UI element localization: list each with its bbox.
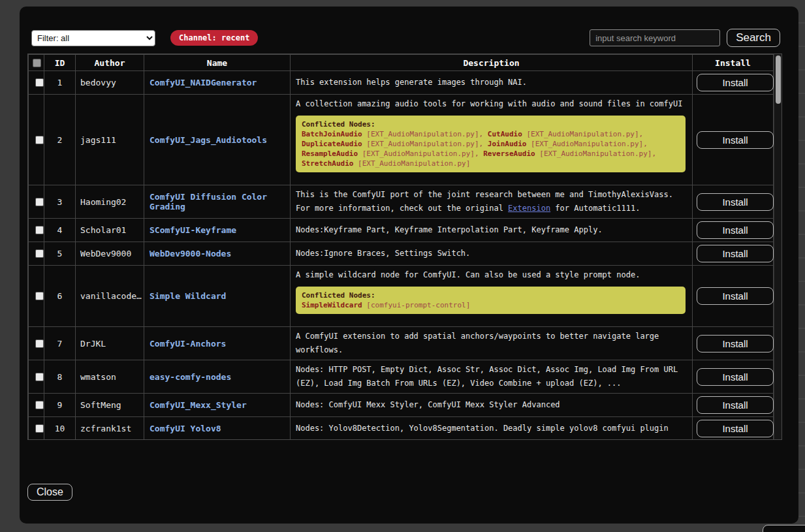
row-id: 3 [44,185,76,219]
description-text: This is the ComfyUI port of the joint re… [296,188,687,215]
row-author: jags111 [76,95,144,185]
row-name-cell: ComfyUI-Anchors [144,327,291,360]
conflict-box: Conflicted Nodes:SimpleWildcard [comfyui… [296,287,686,314]
select-all-cell [29,55,44,71]
conflict-node-source: [EXT_AudioManipulation.py] [362,140,479,148]
row-select-cell [29,360,44,394]
row-id: 4 [44,219,76,242]
row-id: 7 [44,327,76,360]
extensions-table-container: IDAuthorNameDescriptionInstall 1bedovyyC… [27,54,782,440]
select-all-checkbox[interactable] [33,59,41,67]
install-button[interactable]: Install [697,335,774,352]
row-id: 2 [44,95,76,185]
row-id: 9 [44,394,76,417]
install-button[interactable]: Install [697,396,774,414]
table-row: 5WebDev9000WebDev9000-NodesNodes:Ignore … [29,242,774,266]
extension-name-link[interactable]: ComfyUI Yolov8 [150,424,221,433]
description-text: A collection amazing audio tools for wor… [296,97,687,111]
description-text: A simple wildcard node for ComfyUI. Can … [296,268,687,282]
table-row: 6vanillacode…Simple WildcardA simple wil… [29,266,774,327]
row-checkbox[interactable] [35,78,44,87]
row-author: WebDev9000 [76,242,144,266]
row-description: A simple wildcard node for ComfyUI. Can … [291,266,693,327]
row-install-cell: Install [693,185,774,219]
column-header: Description [291,55,693,71]
filter-select[interactable]: Filter: all [31,30,155,46]
dialog-toolbar: Filter: all Channel: recent Search [31,29,780,47]
row-checkbox[interactable] [35,401,44,409]
description-text: Nodes: Yolov8Detection, Yolov8Segmentati… [296,422,687,435]
table-row: 8wmatsoneasy-comfy-nodesNodes: HTTP POST… [29,360,774,394]
table-row: 1bedovyyComfyUI_NAIDGeneratorThis extens… [29,71,774,95]
conflict-node-name: ResampleAudio [302,149,358,158]
conflict-node-source: [EXT_AudioManipulation.py] [353,159,470,168]
conflict-title: Conflicted Nodes: [302,119,680,129]
table-scrollbar[interactable] [774,54,781,439]
column-header: ID [44,55,76,71]
row-name-cell: Simple Wildcard [144,266,291,327]
description-link[interactable]: Extension [508,204,550,213]
conflict-node-name: JoinAudio [488,140,527,148]
search-button[interactable]: Search [727,29,780,47]
table-body: 1bedovyyComfyUI_NAIDGeneratorThis extens… [29,71,774,441]
row-checkbox[interactable] [35,249,44,258]
column-header: Name [144,55,291,71]
row-checkbox[interactable] [35,339,44,348]
row-checkbox[interactable] [35,198,44,206]
extension-name-link[interactable]: ComfyUI Diffusion Color Grading [150,192,267,211]
conflict-node-source: [EXT_AudioManipulation.py] [535,149,652,158]
install-button[interactable]: Install [697,74,774,91]
conflict-node-name: SimpleWildcard [302,301,362,309]
extension-name-link[interactable]: Simple Wildcard [150,291,226,301]
install-button[interactable]: Install [697,193,774,211]
row-name-cell: ComfyUI Diffusion Color Grading [144,185,291,219]
row-checkbox[interactable] [35,226,44,234]
background-partial-button [763,525,805,532]
background-ui-fragments [798,0,805,532]
search-input[interactable] [590,29,720,46]
extension-name-link[interactable]: easy-comfy-nodes [150,372,231,382]
table-row: 10zcfrank1stComfyUI Yolov8Nodes: Yolov8D… [29,417,774,441]
close-button[interactable]: Close [27,484,72,501]
conflict-node-source: [EXT_AudioManipulation.py] [522,130,639,138]
row-description: A ComfyUI extension to add spatial ancho… [291,327,693,360]
table-scrollbar-thumb[interactable] [776,55,781,104]
row-checkbox[interactable] [35,373,44,381]
row-checkbox[interactable] [35,424,44,433]
install-button[interactable]: Install [697,221,774,239]
install-button[interactable]: Install [697,245,774,262]
row-select-cell [29,95,44,185]
column-header: Author [76,55,144,71]
row-checkbox[interactable] [35,292,44,300]
install-button[interactable]: Install [697,420,774,437]
install-button[interactable]: Install [697,287,774,305]
row-select-cell [29,417,44,441]
extension-name-link[interactable]: SComfyUI-Keyframe [150,225,236,235]
extension-name-link[interactable]: ComfyUI_Mexx_Styler [150,400,247,410]
extension-name-link[interactable]: ComfyUI_NAIDGenerator [150,78,257,87]
row-description: This is the ComfyUI port of the joint re… [291,185,693,219]
row-author: zcfrank1st [76,417,144,441]
row-select-cell [29,394,44,417]
extension-name-link[interactable]: WebDev9000-Nodes [150,249,231,258]
row-install-cell: Install [693,266,774,327]
row-name-cell: easy-comfy-nodes [144,360,291,394]
channel-badge: Channel: recent [170,30,258,46]
row-install-cell: Install [693,327,774,360]
conflict-node-name: ReverseAudio [483,149,535,158]
row-checkbox[interactable] [35,136,44,144]
row-name-cell: ComfyUI_NAIDGenerator [144,71,291,95]
conflict-node-source: [EXT_AudioManipulation.py] [526,140,643,148]
row-select-cell [29,219,44,242]
row-install-cell: Install [693,417,774,441]
extension-name-link[interactable]: ComfyUI-Anchors [150,339,226,349]
extension-name-link[interactable]: ComfyUI_Jags_Audiotools [150,135,267,145]
description-text: Nodes: ComfyUI Mexx Styler, ComfyUI Mexx… [296,398,687,412]
table-head: IDAuthorNameDescriptionInstall [29,55,774,71]
row-author: SoftMeng [76,394,144,417]
install-button[interactable]: Install [697,368,774,386]
install-button[interactable]: Install [697,131,774,149]
row-author: DrJKL [76,327,144,360]
extensions-table: IDAuthorNameDescriptionInstall 1bedovyyC… [28,54,774,440]
conflict-node-name: BatchJoinAudio [302,130,362,138]
